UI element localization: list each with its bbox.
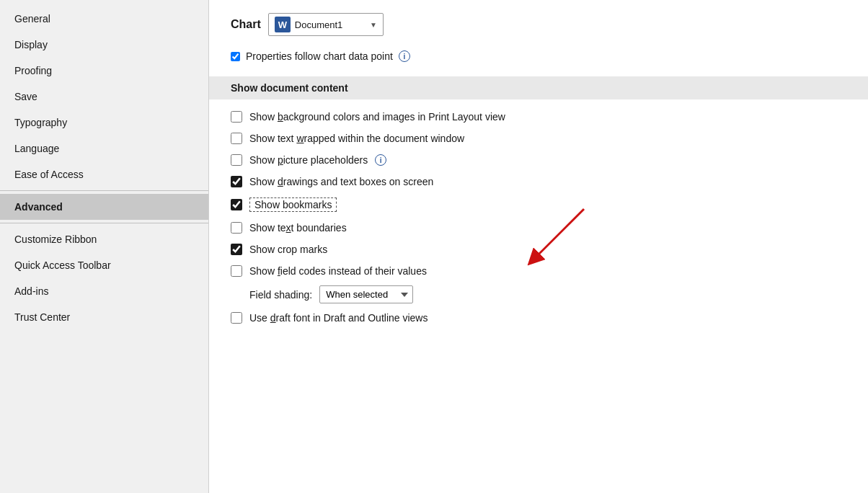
option-row-5: Show bookmarks xyxy=(231,196,846,213)
option-row-8: Show field codes instead of their values xyxy=(231,264,846,278)
dropdown-arrow-icon: ▼ xyxy=(370,21,377,29)
option-checkbox-5[interactable] xyxy=(231,199,242,210)
properties-info-icon[interactable]: i xyxy=(399,50,410,62)
field-shading-row: Field shading: Never When selected Alway… xyxy=(249,285,846,303)
option-checkbox-7[interactable] xyxy=(231,244,242,255)
sidebar-item-quick-access-toolbar[interactable]: Quick Access Toolbar xyxy=(0,252,208,278)
properties-label[interactable]: Properties follow chart data point xyxy=(246,50,393,62)
option-label-5[interactable]: Show bookmarks xyxy=(249,197,337,212)
option-label-2[interactable]: Show text wrapped within the document wi… xyxy=(249,133,464,144)
option-label-6[interactable]: Show text boundaries xyxy=(249,222,347,234)
option-row-7: Show crop marks xyxy=(231,242,846,257)
option-row-draft: Use draft font in Draft and Outline view… xyxy=(231,311,846,325)
option-checkbox-2[interactable] xyxy=(231,133,242,144)
option-checkbox-4[interactable] xyxy=(231,176,242,187)
option-checkbox-draft[interactable] xyxy=(231,312,242,324)
option-checkbox-8[interactable] xyxy=(231,265,242,277)
sidebar-item-ease-of-access[interactable]: Ease of Access xyxy=(0,161,208,187)
sidebar-item-typography[interactable]: Typography xyxy=(0,110,208,136)
sidebar-item-general[interactable]: General xyxy=(0,6,208,32)
option-row-3: Show picture placeholders i xyxy=(231,153,846,167)
option-checkbox-6[interactable] xyxy=(231,222,242,234)
sidebar-item-proofing[interactable]: Proofing xyxy=(0,58,208,84)
sidebar-item-advanced[interactable]: Advanced xyxy=(0,194,208,220)
field-shading-select[interactable]: Never When selected Always xyxy=(319,285,413,303)
section-heading: Show document content xyxy=(209,76,868,99)
option-row-2: Show text wrapped within the document wi… xyxy=(231,131,846,146)
option-checkbox-1[interactable] xyxy=(231,111,242,123)
sidebar-item-save[interactable]: Save xyxy=(0,84,208,110)
picture-info-icon[interactable]: i xyxy=(375,154,386,166)
sidebar: GeneralDisplayProofingSaveTypographyLang… xyxy=(0,0,209,493)
sidebar-item-trust-center[interactable]: Trust Center xyxy=(0,304,208,330)
option-row-4: Show drawings and text boxes on screen xyxy=(231,174,846,189)
document-dropdown[interactable]: W Document1 ▼ xyxy=(268,13,384,36)
option-label-4[interactable]: Show drawings and text boxes on screen xyxy=(249,176,433,187)
option-row-1: Show background colors and images in Pri… xyxy=(231,110,846,124)
option-label-7[interactable]: Show crop marks xyxy=(249,244,327,255)
option-row-6: Show text boundaries xyxy=(231,221,846,235)
sidebar-item-display[interactable]: Display xyxy=(0,32,208,58)
sidebar-item-add-ins[interactable]: Add-ins xyxy=(0,278,208,304)
option-label-1[interactable]: Show background colors and images in Pri… xyxy=(249,111,505,123)
field-shading-label: Field shading: xyxy=(249,289,312,301)
word-icon: W xyxy=(275,17,291,32)
main-content: Chart W Document1 ▼ Properties follow ch… xyxy=(209,0,868,493)
option-label-draft[interactable]: Use draft font in Draft and Outline view… xyxy=(249,312,428,324)
header-row: Chart W Document1 ▼ xyxy=(231,13,846,36)
option-checkbox-3[interactable] xyxy=(231,154,242,166)
document-name: Document1 xyxy=(295,19,342,30)
option-label-3[interactable]: Show picture placeholders xyxy=(249,154,368,166)
properties-checkbox[interactable] xyxy=(231,52,240,61)
sidebar-item-language[interactable]: Language xyxy=(0,136,208,161)
option-label-8[interactable]: Show field codes instead of their values xyxy=(249,265,427,277)
properties-row: Properties follow chart data point i xyxy=(231,50,846,62)
chart-label: Chart xyxy=(231,18,261,31)
sidebar-item-customize-ribbon[interactable]: Customize Ribbon xyxy=(0,226,208,252)
